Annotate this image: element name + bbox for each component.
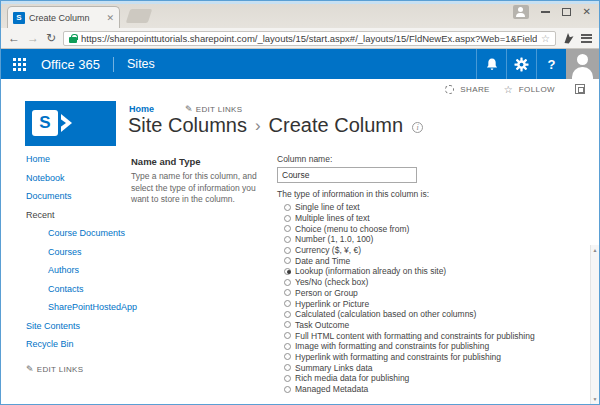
column-type-option[interactable]: Choice (menu to choose from) (277, 223, 583, 234)
share-icon (445, 85, 454, 94)
browser-menu-icon[interactable] (581, 34, 592, 43)
sidebar-item-label: Recent (26, 210, 55, 220)
tab-title: Create Column (29, 13, 103, 23)
sidebar-item-label: Courses (48, 247, 82, 257)
new-tab-button[interactable] (126, 9, 153, 23)
column-type-option[interactable]: Calculated (calculation based on other c… (277, 309, 583, 320)
column-type-option-label: Hyperlink or Picture (295, 299, 369, 309)
column-type-option[interactable]: Single line of text (277, 202, 583, 213)
column-type-option[interactable]: Rich media data for publishing (277, 373, 583, 384)
radio-button-icon[interactable] (284, 289, 291, 296)
info-icon[interactable]: i (412, 122, 423, 133)
focus-mode-icon[interactable] (575, 84, 585, 94)
address-bar[interactable]: https://sharepointtutorials.sharepoint.c… (63, 31, 556, 46)
scroll-up-icon[interactable]: ▲ (591, 247, 599, 253)
forward-icon[interactable]: → (27, 32, 39, 44)
sidebar-item[interactable]: Recycle Bin (26, 339, 137, 358)
help-button[interactable]: ? (536, 49, 566, 79)
radio-button-icon[interactable] (284, 332, 291, 339)
sidebar-item-label: Notebook (26, 173, 65, 183)
sidebar-item-label: Contacts (48, 284, 84, 294)
sidebar-item-label: Authors (48, 265, 79, 275)
notifications-button[interactable] (476, 49, 506, 79)
sidebar-item[interactable]: SharePointHostedApp (26, 302, 137, 321)
column-type-option[interactable]: Managed Metadata (277, 384, 583, 395)
user-avatar[interactable] (566, 49, 599, 79)
app-launcher-icon[interactable] (13, 58, 26, 71)
header-edit-links[interactable]: ✎EDIT LINKS (185, 104, 242, 114)
radio-button-icon[interactable] (284, 215, 291, 222)
scroll-down-icon[interactable]: ▼ (591, 396, 599, 402)
url-text[interactable]: https://sharepointtutorials.sharepoint.c… (81, 33, 537, 44)
column-type-option[interactable]: Lookup (information already on this site… (277, 266, 583, 277)
settings-button[interactable] (506, 49, 536, 79)
bookmark-star-icon[interactable]: ☆ (541, 33, 550, 44)
sidebar-item[interactable]: Courses (26, 247, 137, 266)
logo-arrow-icon (61, 114, 72, 132)
radio-button-icon[interactable] (284, 247, 291, 254)
browser-tab[interactable]: S Create Column ✕ (7, 6, 120, 28)
radio-button-icon[interactable] (284, 353, 291, 360)
sidebar-item[interactable]: Site Contents (26, 321, 137, 340)
pencil-icon: ✎ (26, 364, 34, 374)
column-type-option[interactable]: Multiple lines of text (277, 213, 583, 224)
column-name-input[interactable] (277, 167, 417, 183)
radio-button-icon[interactable] (284, 375, 291, 382)
column-type-option-label: Managed Metadata (295, 384, 368, 394)
page-title-primary[interactable]: Site Columns (128, 114, 247, 137)
sidebar-item[interactable]: Course Documents (26, 228, 137, 247)
radio-button-icon[interactable] (284, 279, 291, 286)
sidebar-item[interactable]: Contacts (26, 284, 137, 303)
https-lock-icon (69, 34, 77, 43)
sidebar-edit-links-label: EDIT LINKS (37, 365, 83, 374)
radio-button-icon[interactable] (284, 257, 291, 264)
sites-nav-link[interactable]: Sites (127, 57, 155, 71)
share-button[interactable]: SHARE (460, 85, 490, 94)
close-icon[interactable]: ✕ (583, 7, 591, 17)
radio-button-icon[interactable] (284, 364, 291, 371)
column-type-option[interactable]: Number (1, 1.0, 100) (277, 234, 583, 245)
sidebar-item-label: Home (26, 154, 50, 164)
column-type-option[interactable]: Person or Group (277, 288, 583, 299)
column-type-option[interactable]: Currency ($, ¥, €) (277, 245, 583, 256)
radio-button-icon[interactable] (284, 268, 291, 275)
sidebar-item[interactable]: Recent (26, 210, 137, 229)
radio-button-icon[interactable] (284, 236, 291, 243)
refresh-icon[interactable]: ↻ (46, 32, 56, 44)
help-icon: ? (548, 57, 556, 72)
breadcrumb-home-link[interactable]: Home (129, 104, 154, 114)
sidebar-item-label: SharePointHostedApp (48, 302, 137, 312)
column-type-option[interactable]: Task Outcome (277, 320, 583, 331)
sidebar-item[interactable]: Authors (26, 265, 137, 284)
follow-button[interactable]: FOLLOW (519, 85, 555, 94)
radio-button-icon[interactable] (284, 343, 291, 350)
sidebar-edit-links[interactable]: ✎EDIT LINKS (26, 364, 83, 374)
column-type-option[interactable]: Yes/No (check box) (277, 277, 583, 288)
column-type-option[interactable]: Image with formatting and constraints fo… (277, 341, 583, 352)
edit-links-label: EDIT LINKS (196, 105, 242, 114)
radio-button-icon[interactable] (284, 321, 291, 328)
column-type-option[interactable]: Full HTML content with formatting and co… (277, 330, 583, 341)
sharepoint-site-logo[interactable]: S (25, 101, 116, 146)
maximize-icon[interactable] (562, 8, 571, 16)
tab-close-icon[interactable]: ✕ (106, 13, 114, 23)
back-icon[interactable]: ← (8, 32, 20, 44)
radio-button-icon[interactable] (284, 204, 291, 211)
column-type-option-label: Currency ($, ¥, €) (295, 245, 361, 255)
radio-button-icon[interactable] (284, 311, 291, 318)
column-type-option[interactable]: Hyperlink or Picture (277, 298, 583, 309)
column-type-option[interactable]: Summary Links data (277, 362, 583, 373)
extension-icon[interactable] (563, 32, 574, 44)
column-type-option[interactable]: Hyperlink with formatting and constraint… (277, 352, 583, 363)
column-type-option[interactable]: Date and Time (277, 255, 583, 266)
sidebar-item[interactable]: Documents (26, 191, 137, 210)
radio-button-icon[interactable] (284, 300, 291, 307)
sidebar-item[interactable]: Notebook (26, 173, 137, 192)
radio-button-icon[interactable] (284, 386, 291, 393)
page-scrollbar[interactable]: ▲ ▼ (590, 245, 599, 404)
radio-button-icon[interactable] (284, 225, 291, 232)
office365-brand-link[interactable]: Office 365 (41, 57, 100, 72)
minimize-icon[interactable] (541, 11, 550, 13)
sidebar-item[interactable]: Home (26, 154, 137, 173)
browser-profile-icon[interactable] (513, 5, 529, 19)
